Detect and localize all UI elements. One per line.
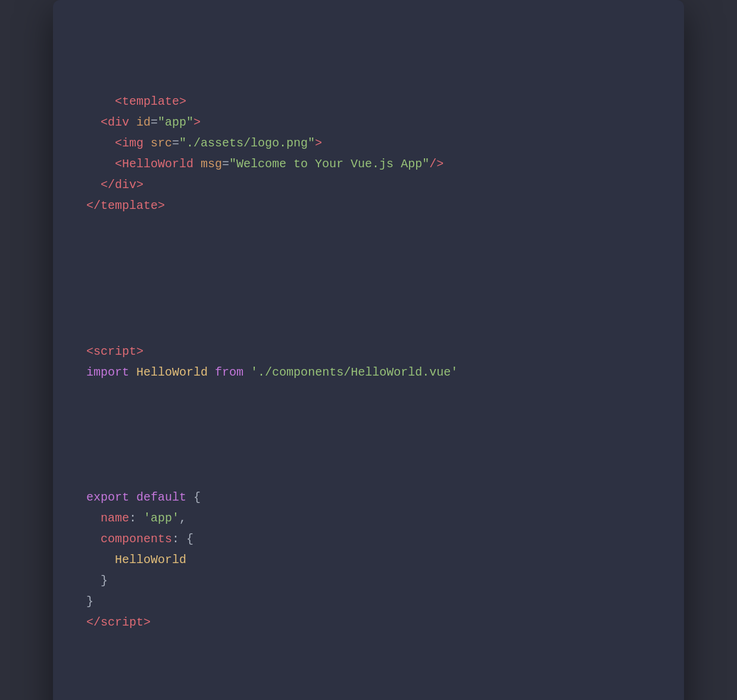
line-script-close: </script> <box>86 615 151 629</box>
line-helloworld-tag: <HelloWorld msg="Welcome to Your Vue.js … <box>86 157 444 171</box>
line-export-close: } <box>86 595 93 608</box>
line-script-open: <script> <box>86 345 143 358</box>
line-template-open: <template> <box>115 95 186 108</box>
line-img: <img src="./assets/logo.png"> <box>86 136 322 150</box>
line-template-close: </template> <box>86 199 165 212</box>
line-components: components: { <box>86 532 193 546</box>
code-window: <template> <div id="app"> <img src="./as… <box>53 0 684 700</box>
blank-line-3 <box>86 674 651 695</box>
line-div-open: <div id="app"> <box>86 115 201 129</box>
line-components-close: } <box>86 574 108 588</box>
blank-line-2 <box>86 424 651 445</box>
line-export-default: export default { <box>86 490 201 504</box>
code-content: <template> <div id="app"> <img src="./as… <box>86 29 651 700</box>
line-helloworld-ident: HelloWorld <box>86 553 186 567</box>
blank-line-1 <box>86 258 651 279</box>
line-div-close: </div> <box>86 178 143 192</box>
line-name: name: 'app', <box>86 511 186 525</box>
line-import: import HelloWorld from './components/Hel… <box>86 365 458 379</box>
